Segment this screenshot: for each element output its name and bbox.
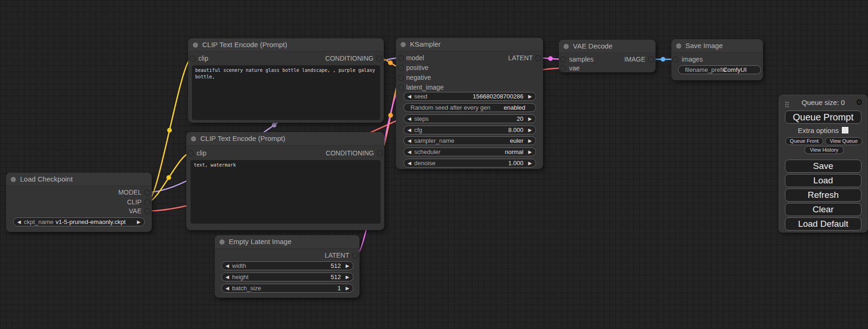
clip-input-dot[interactable] [188,151,193,156]
increment-arrow-icon[interactable]: ▶ [528,115,532,123]
output-slot-conditioning: CONDITIONING [326,149,374,157]
node-clip-text-encode-positive[interactable]: CLIP Text Encode (Prompt) clip CONDITION… [188,38,384,123]
output-slot-model: MODEL [118,189,141,196]
width-widget[interactable]: ◀ width 512 ▶ [221,261,353,270]
queue-prompt-button[interactable]: Queue Prompt [785,111,861,124]
samples-input-dot[interactable] [560,57,565,62]
increment-arrow-icon[interactable]: ▶ [528,126,532,134]
filename-prefix-widget[interactable]: filename_prefix ComfyUI [678,65,761,74]
decrement-arrow-icon[interactable]: ◀ [408,92,411,100]
widget-value: 1.000 [508,159,523,167]
increment-arrow-icon[interactable]: ▶ [346,262,349,270]
decrement-arrow-icon[interactable]: ◀ [17,218,21,226]
conditioning-output-dot[interactable] [377,151,382,156]
model-input-dot[interactable] [398,56,403,61]
widget-value: euler [510,137,523,145]
decrement-arrow-icon[interactable]: ◀ [408,137,411,145]
ckpt-name-widget[interactable]: ◀ ckpt_name v1-5-pruned-emaonly.ckpt ▶ [13,217,145,226]
increment-arrow-icon[interactable]: ▶ [346,273,349,281]
vae-output-dot[interactable] [145,209,150,214]
steps-widget[interactable]: ◀ steps 20 ▶ [403,114,536,123]
height-widget[interactable]: ◀ height 512 ▶ [221,273,353,281]
latent-output-dot[interactable] [353,253,358,258]
increment-arrow-icon[interactable]: ▶ [528,148,532,156]
image-output-dot[interactable] [649,57,654,62]
positive-input-dot[interactable] [398,65,403,70]
widget-label: ckpt_name [24,218,54,226]
decrement-arrow-icon[interactable]: ◀ [408,148,411,156]
settings-gear-icon[interactable]: ⚙ [856,98,863,107]
node-title-bar[interactable]: Load Checkpoint [6,173,152,186]
input-slot-clip: clip [198,55,208,62]
scheduler-widget[interactable]: ◀ scheduler normal ▶ [403,147,536,156]
extra-options-checkbox[interactable] [842,127,848,133]
load-button[interactable]: Load [785,174,861,187]
increment-arrow-icon[interactable]: ▶ [528,92,532,100]
increment-arrow-icon[interactable]: ▶ [528,137,532,145]
queue-size-label: Queue size: 0 [779,98,867,106]
node-title-bar[interactable]: Save Image [671,39,763,53]
batch-size-widget[interactable]: ◀ batch_size 1 ▶ [221,284,353,293]
decrement-arrow-icon[interactable]: ◀ [226,284,229,292]
comfyui-canvas[interactable]: { "canvas": { "background": "#232323", "… [0,0,868,329]
extra-options-label: Extra options [798,126,839,134]
node-ksampler[interactable]: KSampler model positive negative latent_… [396,38,543,169]
collapse-dot-icon[interactable] [193,42,198,48]
node-save-image[interactable]: Save Image images filename_prefix ComfyU… [671,39,763,80]
negative-input-dot[interactable] [398,75,403,80]
random-seed-toggle-widget[interactable]: Random seed after every gen enabled [403,103,536,112]
output-slot-clip: CLIP [127,198,141,206]
node-load-checkpoint[interactable]: Load Checkpoint MODEL CLIP VAE ◀ ckpt_na… [6,173,152,232]
collapse-dot-icon[interactable] [219,239,225,245]
node-clip-text-encode-negative[interactable]: CLIP Text Encode (Prompt) clip CONDITION… [186,132,384,230]
clear-button[interactable]: Clear [785,203,861,216]
save-button[interactable]: Save [785,160,861,173]
node-title-bar[interactable]: KSampler [396,38,543,51]
toggle-knob-icon[interactable] [528,105,534,111]
seed-widget[interactable]: ◀ seed 156680208700286 ▶ [403,92,536,101]
images-input-dot[interactable] [673,57,678,62]
collapse-dot-icon[interactable] [676,43,681,49]
sampler-name-widget[interactable]: ◀ sampler_name euler ▶ [403,136,536,145]
decrement-arrow-icon[interactable]: ◀ [408,115,411,123]
vae-input-dot[interactable] [560,66,565,71]
decrement-arrow-icon[interactable]: ◀ [408,159,411,167]
node-title-bar[interactable]: CLIP Text Encode (Prompt) [186,132,384,146]
conditioning-output-dot[interactable] [377,56,382,61]
decrement-arrow-icon[interactable]: ◀ [226,262,229,270]
input-slot-positive: positive [406,64,428,71]
latent-output-dot[interactable] [536,56,541,61]
node-vae-decode[interactable]: VAE Decode samples vae IMAGE [559,40,656,72]
node-title-bar[interactable]: CLIP Text Encode (Prompt) [188,38,384,52]
load-default-button[interactable]: Load Default [785,217,861,231]
collapse-dot-icon[interactable] [11,177,16,182]
collapse-dot-icon[interactable] [191,136,196,141]
denoise-widget[interactable]: ◀ denoise 1.000 ▶ [403,159,536,168]
clip-output-dot[interactable] [145,200,150,205]
queue-front-button[interactable]: Queue Front [785,137,823,145]
cfg-widget[interactable]: ◀ cfg 8.000 ▶ [403,126,536,134]
increment-arrow-icon[interactable]: ▶ [137,218,141,226]
positive-prompt-textarea[interactable]: beautiful scenery nature glass bottle la… [192,65,380,120]
increment-arrow-icon[interactable]: ▶ [528,159,532,167]
refresh-button[interactable]: Refresh [785,189,861,202]
view-history-button[interactable]: View History [804,146,844,154]
decrement-arrow-icon[interactable]: ◀ [226,273,229,281]
queue-menu-panel: Queue size: 0 ⚙ Queue Prompt Extra optio… [779,95,868,232]
latent-image-input-dot[interactable] [398,85,403,90]
widget-value: 512 [331,262,341,270]
node-title-bar[interactable]: VAE Decode [559,40,656,53]
increment-arrow-icon[interactable]: ▶ [346,284,349,292]
widget-value: 512 [331,273,341,281]
node-empty-latent-image[interactable]: Empty Latent Image LATENT ◀ width 512 ▶ … [215,235,360,298]
clip-input-dot[interactable] [190,56,195,61]
collapse-dot-icon[interactable] [401,42,406,47]
decrement-arrow-icon[interactable]: ◀ [408,126,411,134]
widget-value: 20 [517,115,523,123]
negative-prompt-textarea[interactable]: text, watermark [191,160,381,224]
view-queue-button[interactable]: View Queue [825,137,862,145]
collapse-dot-icon[interactable] [564,44,569,49]
model-output-dot[interactable] [145,190,150,195]
node-title-bar[interactable]: Empty Latent Image [215,235,360,249]
widget-label: denoise [414,159,436,167]
